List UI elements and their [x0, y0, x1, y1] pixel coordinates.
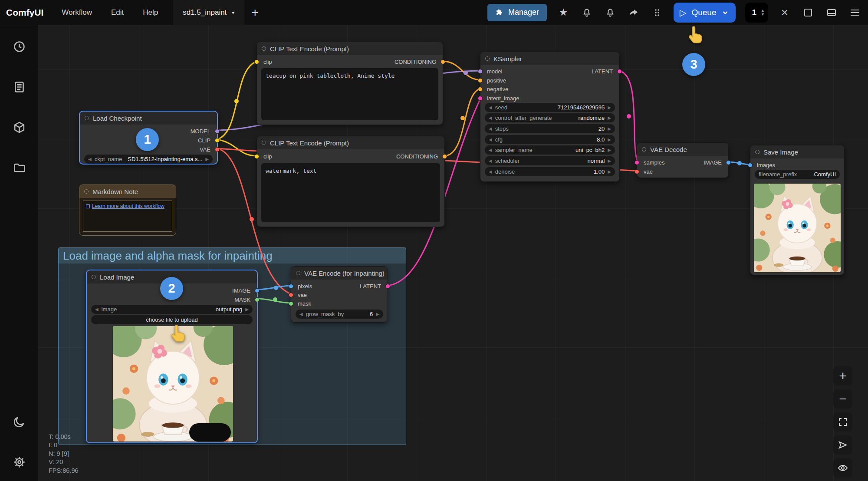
port-positive-input[interactable] — [478, 78, 483, 83]
widget-prev-icon[interactable]: ◀ — [489, 158, 492, 163]
menu-edit[interactable]: Edit — [111, 8, 124, 17]
node-header[interactable]: CLIP Text Encode (Prompt) — [257, 42, 443, 55]
workflow-tab[interactable]: sd1.5_inpaint ● — [173, 0, 244, 25]
denoise-widget[interactable]: ◀denoise1.00▶ — [485, 167, 615, 176]
widget-next-icon[interactable]: ▶ — [608, 158, 611, 163]
zoom-out-button[interactable]: − — [833, 389, 852, 409]
widget-prev-icon[interactable]: ◀ — [489, 148, 492, 152]
batch-steppers[interactable]: ▲ ▼ — [761, 9, 765, 16]
prompt-textarea[interactable]: teacup on pink tablecloth, Anime style — [261, 68, 438, 120]
widget-prev-icon[interactable]: ◀ — [489, 137, 492, 142]
drag-handle[interactable] — [650, 6, 664, 20]
widget-next-icon[interactable]: ▶ — [608, 115, 611, 120]
widget-prev-icon[interactable]: ◀ — [88, 157, 92, 161]
node-header[interactable]: Markdown Note — [79, 185, 176, 198]
model-library-button[interactable] — [10, 118, 29, 137]
queue-history-button[interactable] — [10, 37, 29, 56]
node-header[interactable]: Save Image — [750, 145, 844, 158]
port-vae-output[interactable] — [215, 147, 220, 152]
port-negative-input[interactable] — [478, 87, 483, 92]
port-conditioning-output[interactable] — [441, 59, 445, 64]
manager-button[interactable]: Manager — [487, 4, 547, 21]
group-header[interactable]: Load image and alpha mask for inpainting — [59, 248, 406, 264]
interrupt-button[interactable]: × — [778, 6, 792, 20]
app-logo[interactable]: ComfyUI — [6, 7, 43, 18]
seed-widget[interactable]: ◀seed712195462929595▶ — [485, 103, 615, 112]
clear-queue-button[interactable] — [801, 6, 815, 20]
widget-next-icon[interactable]: ▶ — [608, 169, 611, 174]
share-button[interactable] — [627, 6, 641, 20]
output-image-preview[interactable] — [754, 184, 841, 272]
menu-help[interactable]: Help — [143, 8, 158, 17]
toggle-bottom-panel-button[interactable] — [825, 6, 838, 20]
alerts-button[interactable] — [603, 6, 617, 20]
node-header[interactable]: CLIP Text Encode (Prompt) — [257, 136, 444, 149]
collapse-dot[interactable] — [262, 141, 266, 145]
zoom-in-button[interactable]: + — [833, 366, 852, 385]
widget-next-icon[interactable]: ▶ — [608, 148, 611, 152]
collapse-dot[interactable] — [262, 46, 266, 51]
filename-prefix-widget[interactable]: filename_prefix ComfyUI — [755, 170, 840, 179]
collapse-dot[interactable] — [296, 271, 300, 275]
collapse-dot[interactable] — [85, 116, 89, 120]
port-images-input[interactable] — [748, 163, 753, 168]
cfg-widget[interactable]: ◀cfg8.0▶ — [485, 135, 615, 144]
port-image-output[interactable] — [255, 288, 260, 293]
batch-count-stepper[interactable]: 1 ▲ ▼ — [745, 3, 769, 23]
queue-button[interactable]: ▷ Queue — [674, 3, 735, 23]
port-image-output[interactable] — [726, 160, 731, 165]
toggle-link-visibility-button[interactable] — [833, 458, 852, 478]
collapse-dot[interactable] — [755, 150, 760, 154]
prompt-textarea[interactable]: watermark, text — [261, 163, 440, 222]
node-header[interactable]: VAE Encode (for Inpainting) — [291, 267, 388, 280]
widget-prev-icon[interactable]: ◀ — [95, 307, 99, 312]
widget-next-icon[interactable]: ▶ — [205, 157, 209, 161]
port-mask-input[interactable] — [289, 301, 293, 306]
widget-next-icon[interactable]: ▶ — [376, 312, 379, 316]
node-header[interactable]: KSampler — [480, 52, 619, 65]
widget-next-icon[interactable]: ▶ — [608, 126, 611, 131]
control-after-generate-widget[interactable]: ◀control_after_generaterandomize▶ — [485, 113, 615, 122]
node-library-button[interactable] — [10, 77, 29, 96]
widget-next-icon[interactable]: ▶ — [608, 105, 611, 110]
widget-next-icon[interactable]: ▶ — [245, 307, 249, 312]
node-header[interactable]: VAE Decode — [637, 143, 728, 156]
port-latent-output[interactable] — [385, 284, 390, 289]
fit-view-button[interactable] — [833, 412, 852, 432]
node-ksampler[interactable]: KSampler model positive negative latent_… — [480, 52, 620, 182]
collapse-dot[interactable] — [84, 189, 89, 194]
node-vae-decode[interactable]: VAE Decode samples vae IMAGE — [637, 142, 729, 178]
node-vae-encode-inpainting[interactable]: VAE Encode (for Inpainting) pixels vae m… — [291, 266, 388, 323]
node-markdown-note[interactable]: Markdown Note Learn more about this work… — [79, 184, 176, 236]
collapse-dot[interactable] — [485, 56, 490, 61]
node-save-image[interactable]: Save Image images filename_prefix ComfyU… — [750, 145, 845, 275]
widget-prev-icon[interactable]: ◀ — [299, 312, 303, 316]
collapse-dot[interactable] — [92, 275, 96, 279]
new-workflow-tab-button[interactable]: + — [251, 7, 258, 19]
menu-workflow[interactable]: Workflow — [62, 8, 92, 17]
port-model-output[interactable] — [215, 129, 220, 134]
theme-toggle-button[interactable] — [10, 412, 29, 431]
favorites-button[interactable]: ★ — [556, 6, 570, 20]
steps-widget[interactable]: ◀steps20▶ — [485, 124, 615, 133]
image-select-widget[interactable]: ◀ image output.png ▶ — [91, 305, 253, 314]
grow-mask-by-widget[interactable]: ◀ grow_mask_by 6 ▶ — [296, 310, 383, 319]
sampler-name-widget[interactable]: ◀sampler_nameuni_pc_bh2▶ — [485, 145, 615, 155]
overflow-menu-button[interactable] — [848, 6, 862, 20]
workflows-button[interactable] — [10, 158, 29, 177]
scheduler-widget[interactable]: ◀schedulernormal▶ — [485, 156, 615, 165]
node-clip-text-encode-negative[interactable]: CLIP Text Encode (Prompt) clip CONDITION… — [256, 136, 445, 227]
port-mask-output[interactable] — [255, 297, 260, 302]
ckpt-name-widget[interactable]: ◀ ckpt_name SD1.5\512-inpainting-ema.s..… — [84, 155, 213, 164]
port-latent-output[interactable] — [617, 69, 622, 74]
collapse-dot[interactable] — [642, 147, 646, 152]
decrement-icon[interactable]: ▼ — [761, 13, 765, 16]
node-header[interactable]: Load Checkpoint — [80, 112, 217, 125]
widget-prev-icon[interactable]: ◀ — [489, 105, 492, 110]
widget-prev-icon[interactable]: ◀ — [489, 115, 492, 120]
select-mode-button[interactable] — [833, 435, 852, 455]
port-vae-input[interactable] — [635, 169, 639, 174]
port-conditioning-output[interactable] — [442, 154, 447, 159]
port-clip-output[interactable] — [215, 138, 220, 143]
port-latent-input[interactable] — [478, 96, 483, 101]
